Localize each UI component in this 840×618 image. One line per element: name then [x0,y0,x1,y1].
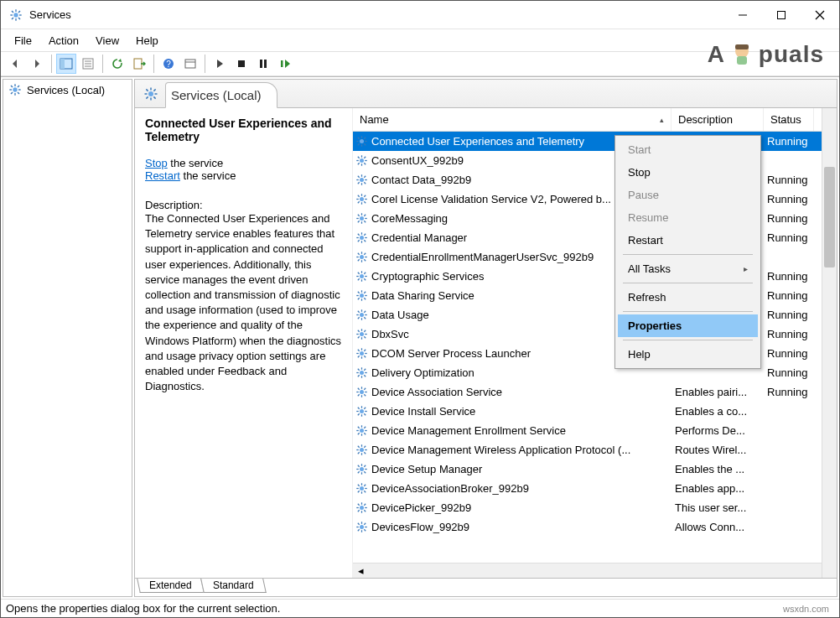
service-status: Running [764,212,814,225]
ctx-stop[interactable]: Stop [618,161,758,184]
ctx-pause: Pause [618,184,758,206]
restart-link[interactable]: Restart [145,169,180,182]
gear-icon [353,366,370,379]
service-status: Running [764,289,814,302]
service-row[interactable]: DCOM Server Process LauncherRunning [353,344,837,363]
close-button[interactable] [801,1,839,29]
gear-icon [353,424,370,437]
gear-icon [353,501,370,514]
service-row[interactable]: Device Management Wireless Application P… [353,440,837,460]
service-row[interactable]: Cryptographic ServicesRunning [353,267,837,286]
service-status: Running [764,135,814,148]
gear-icon [353,444,370,456]
tree-item-services-local[interactable]: Services (Local) [3,80,132,100]
service-row[interactable]: DevicePicker_992b9This user ser... [353,498,837,517]
menu-action[interactable]: Action [40,33,87,49]
service-row[interactable]: Connected User Experiences and Telemetry… [353,132,837,151]
tree-item-label: Services (Local) [27,84,105,96]
ctx-restart[interactable]: Restart [618,229,758,252]
right-pane: Services (Local) Connected User Experien… [134,79,837,597]
stop-link[interactable]: Stop [145,157,168,169]
column-name-label: Name [360,113,389,126]
properties-toolbar-button[interactable] [78,54,98,74]
help-toolbar-button[interactable]: ? [158,54,179,74]
service-description: Allows Conn... [671,521,764,533]
service-row[interactable]: Data Sharing ServiceRunning [353,286,837,305]
service-row[interactable]: DeviceAssociationBroker_992b9Enables app… [353,479,837,498]
gear-icon [353,482,370,495]
service-row[interactable]: DbxSvcRunning [353,325,837,344]
service-description: Enables app... [671,482,764,495]
service-row[interactable]: Device Setup ManagerEnables the ... [353,460,837,479]
context-menu: Start Stop Pause Resume Restart All Task… [614,135,761,369]
ctx-help[interactable]: Help [618,343,758,366]
service-name: Device Association Service [370,386,671,398]
app-gear-icon [9,8,23,22]
service-row[interactable]: Corel License Validation Service V2, Pow… [353,190,837,209]
minimize-button[interactable] [723,1,762,29]
show-hide-tree-button[interactable] [56,54,76,74]
url-watermark: wsxdn.com [783,604,829,614]
service-row[interactable]: Data UsageRunning [353,305,837,325]
toolbar: ? [1,51,839,76]
service-row[interactable]: CredentialEnrollmentManagerUserSvc_992b9 [353,247,837,267]
gear-icon [353,328,370,340]
service-status: Running [764,386,814,398]
ctx-all-tasks[interactable]: All Tasks▸ [618,257,758,280]
maximize-button[interactable] [762,1,801,29]
footer-tabs: Extended Standard [135,578,837,596]
pause-service-button[interactable] [253,54,273,74]
scroll-left-icon[interactable]: ◂ [353,563,368,579]
gear-icon [353,347,370,360]
menu-file[interactable]: File [6,33,40,49]
svg-rect-24 [238,60,245,67]
selected-service-title: Connected User Experiences and Telemetry [145,117,342,143]
gear-icon [353,251,370,263]
scroll-thumb[interactable] [824,167,835,267]
service-row[interactable]: Device Association ServiceEnables pairi.… [353,382,837,402]
statusbar: Opens the properties dialog box for the … [1,599,839,617]
column-name[interactable]: Name ▴ [353,108,671,131]
tab-title: Services (Local) [165,82,277,108]
view-mode-button[interactable] [180,54,200,74]
start-service-button[interactable] [210,54,230,74]
ctx-resume: Resume [618,206,758,229]
gear-icon [353,463,370,475]
list-pane: Name ▴ Description Status Connected User… [353,108,837,578]
menu-view[interactable]: View [87,33,127,49]
export-list-button[interactable] [129,54,149,74]
column-description[interactable]: Description [671,108,764,131]
svg-text:?: ? [166,60,171,69]
svg-rect-22 [185,60,195,68]
nav-back-button[interactable] [5,54,25,74]
service-row[interactable]: DevicesFlow_992b9Allows Conn... [353,517,837,537]
service-row[interactable]: CoreMessagingRunning [353,209,837,228]
nav-forward-button[interactable] [27,54,47,74]
service-row[interactable]: Credential ManagerRunning [353,228,837,247]
service-status: Running [764,270,814,283]
service-status: Running [764,174,814,186]
service-row[interactable]: Device Management Enrollment ServicePerf… [353,421,837,440]
stop-service-button[interactable] [231,54,251,74]
gear-icon [353,231,370,244]
vertical-scrollbar[interactable] [822,108,837,578]
restart-link-suffix: the service [180,169,236,182]
ctx-properties[interactable]: Properties [618,314,758,337]
refresh-button[interactable] [107,54,127,74]
restart-service-button[interactable] [275,54,295,74]
ctx-refresh[interactable]: Refresh [618,286,758,309]
menu-help[interactable]: Help [127,33,167,49]
service-row[interactable]: ConsentUX_992b9 [353,151,837,170]
service-row[interactable]: Device Install ServiceEnables a co... [353,402,837,421]
horizontal-scrollbar[interactable]: ◂ ▸ [353,563,837,578]
column-status[interactable]: Status [764,108,814,131]
service-row[interactable]: Contact Data_992b9Running [353,170,837,190]
service-status: Running [764,366,814,379]
service-name: DevicePicker_992b9 [370,501,671,514]
service-row[interactable]: Delivery OptimizationRunning [353,363,837,382]
tab-extended[interactable]: Extended [137,579,204,593]
service-status: Running [764,309,814,321]
service-status: Running [764,193,814,205]
service-description: This user ser... [671,501,764,514]
tab-standard[interactable]: Standard [200,579,266,593]
